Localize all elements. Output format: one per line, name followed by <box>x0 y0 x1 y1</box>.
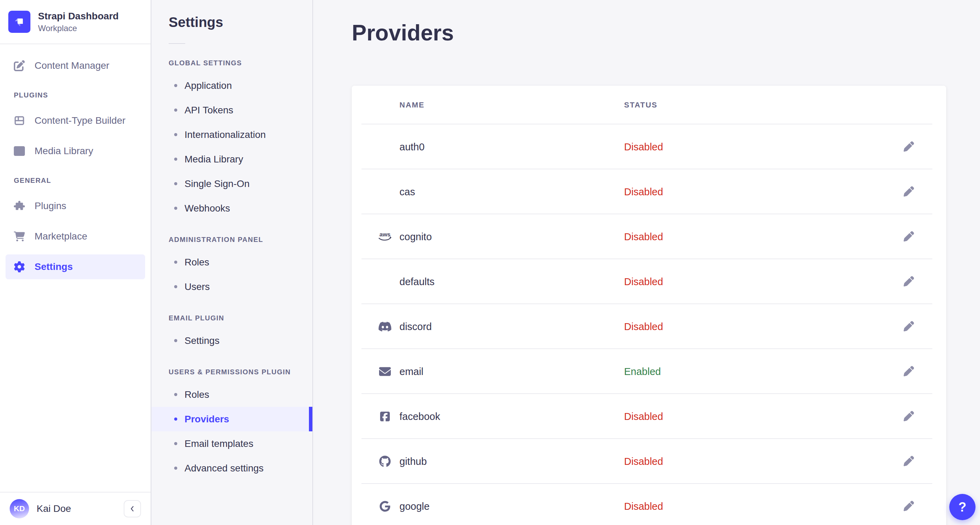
subnav-item-settings[interactable]: Settings <box>151 328 312 353</box>
subnav-section: EMAIL PLUGINSettings <box>151 314 312 353</box>
sidebar-item-marketplace[interactable]: Marketplace <box>6 224 145 249</box>
media-library-icon <box>14 145 25 157</box>
github-icon <box>375 452 395 471</box>
subnav-section-label: USERS & PERMISSIONS PLUGIN <box>169 368 312 376</box>
provider-status: Disabled <box>624 411 663 422</box>
workspace-name: Workplace <box>38 24 119 33</box>
provider-status: Disabled <box>624 186 663 198</box>
discord-icon <box>375 317 395 336</box>
avatar[interactable]: KD <box>10 499 29 519</box>
subnav-item-label: Internationalization <box>185 129 266 140</box>
subnav-item-application[interactable]: Application <box>151 73 312 98</box>
content-type-builder-icon <box>14 115 25 126</box>
edit-provider-button[interactable] <box>898 450 920 473</box>
column-header-name: NAME <box>399 100 425 110</box>
subnav-item-label: Email templates <box>185 438 253 449</box>
provider-name: github <box>399 456 427 467</box>
plugins-icon <box>14 200 25 212</box>
user-name[interactable]: Kai Doe <box>37 503 116 514</box>
sidebar-item-content-manager[interactable]: Content Manager <box>6 53 145 78</box>
table-row: facebookDisabled <box>352 394 946 439</box>
provider-name: defaults <box>399 276 435 288</box>
table-row: githubDisabled <box>352 439 946 484</box>
provider-status: Disabled <box>624 231 663 243</box>
subnav-item-providers[interactable]: Providers <box>151 407 312 431</box>
strapi-logo-icon <box>8 11 30 33</box>
settings-subnav: Settings GLOBAL SETTINGSApplicationAPI T… <box>151 0 313 525</box>
subnav-item-roles[interactable]: Roles <box>151 250 312 274</box>
subnav-section-label: ADMINISTRATION PANEL <box>169 236 312 243</box>
provider-status: Disabled <box>624 276 663 288</box>
email-icon <box>375 362 395 381</box>
sidebar-item-plugins[interactable]: Plugins <box>6 194 145 218</box>
subnav-section: USERS & PERMISSIONS PLUGINRolesProviders… <box>151 368 312 480</box>
table-row: googleDisabled <box>352 484 946 525</box>
main-sidebar: Strapi Dashboard Workplace Content Manag… <box>0 0 151 525</box>
settings-gear-icon <box>14 261 25 272</box>
bullet-icon <box>174 261 177 264</box>
sidebar-item-settings[interactable]: Settings <box>6 255 145 279</box>
pencil-icon <box>904 501 914 512</box>
bullet-icon <box>174 393 177 396</box>
sidebar-item-content-type-builder[interactable]: Content-Type Builder <box>6 108 145 133</box>
column-header-status: STATUS <box>624 100 658 110</box>
sidebar-item-media-library[interactable]: Media Library <box>6 138 145 164</box>
provider-name: discord <box>399 321 432 332</box>
pencil-icon <box>904 186 914 198</box>
sidebar-item-label: Marketplace <box>35 231 88 242</box>
bullet-icon <box>174 84 177 87</box>
sidebar-nav: Content Manager PLUGINS Content-Type Bui… <box>0 44 151 285</box>
table-row: discordDisabled <box>352 304 946 349</box>
sidebar-item-label: Plugins <box>35 200 66 212</box>
subnav-item-email-templates[interactable]: Email templates <box>151 431 312 456</box>
bullet-icon <box>174 339 177 342</box>
subnav-item-roles[interactable]: Roles <box>151 382 312 407</box>
bullet-icon <box>174 158 177 161</box>
sidebar-section-plugins: PLUGINS <box>6 91 145 99</box>
provider-name: auth0 <box>399 142 425 153</box>
subnav-title-divider <box>169 43 185 44</box>
table-row: defaultsDisabled <box>352 259 946 304</box>
workspace-header[interactable]: Strapi Dashboard Workplace <box>0 0 151 44</box>
edit-provider-button[interactable] <box>898 315 920 338</box>
provider-status: Enabled <box>624 366 661 377</box>
providers-table-body: auth0DisabledcasDisabledawscognitoDisabl… <box>352 124 946 525</box>
edit-provider-button[interactable] <box>898 136 920 158</box>
subnav-item-api-tokens[interactable]: API Tokens <box>151 98 312 123</box>
facebook-icon <box>375 407 395 426</box>
subnav-item-label: Roles <box>185 257 209 268</box>
bullet-icon <box>174 207 177 210</box>
subnav-section: ADMINISTRATION PANELRolesUsers <box>151 236 312 299</box>
collapse-sidebar-button[interactable] <box>124 500 141 517</box>
edit-provider-button[interactable] <box>898 406 920 428</box>
app-title: Strapi Dashboard <box>38 10 119 22</box>
subnav-item-media-library[interactable]: Media Library <box>151 147 312 172</box>
subnav-item-webhooks[interactable]: Webhooks <box>151 196 312 221</box>
google-icon <box>375 497 395 516</box>
subnav-item-label: Settings <box>185 335 220 346</box>
aws-icon: aws <box>375 227 395 247</box>
table-row: auth0Disabled <box>352 124 946 169</box>
edit-provider-button[interactable] <box>898 270 920 293</box>
edit-provider-button[interactable] <box>898 226 920 248</box>
provider-name: email <box>399 366 423 377</box>
subnav-item-internationalization[interactable]: Internationalization <box>151 123 312 147</box>
providers-table-card: NAME STATUS auth0DisabledcasDisabledawsc… <box>352 86 946 525</box>
subnav-item-label: API Tokens <box>185 105 233 116</box>
subnav-item-single-sign-on[interactable]: Single Sign-On <box>151 172 312 196</box>
pencil-icon <box>904 276 914 288</box>
provider-name: facebook <box>399 411 440 422</box>
table-row: emailEnabled <box>352 349 946 394</box>
sidebar-item-label: Settings <box>35 261 73 272</box>
sidebar-item-label: Media Library <box>35 145 93 157</box>
subnav-item-label: Application <box>185 80 232 91</box>
svg-text:aws: aws <box>379 231 390 238</box>
edit-provider-button[interactable] <box>898 495 920 517</box>
subnav-item-advanced-settings[interactable]: Advanced settings <box>151 456 312 480</box>
subnav-item-label: Advanced settings <box>185 463 264 474</box>
edit-provider-button[interactable] <box>898 181 920 203</box>
subnav-item-users[interactable]: Users <box>151 274 312 299</box>
edit-provider-button[interactable] <box>898 361 920 383</box>
help-button[interactable]: ? <box>949 494 975 520</box>
sidebar-section-general: GENERAL <box>6 177 145 185</box>
